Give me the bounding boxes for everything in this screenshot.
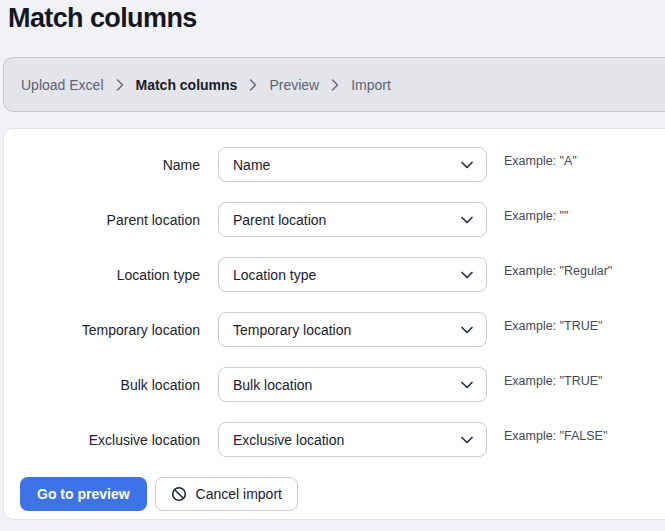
select-value: Exclusive location xyxy=(233,432,461,448)
column-label: Parent location xyxy=(17,212,200,228)
select-value: Bulk location xyxy=(233,377,461,393)
select-value: Parent location xyxy=(233,212,461,228)
match-columns-card: Name Name Example: "A" Parent location P… xyxy=(3,128,665,520)
column-label: Temporary location xyxy=(17,322,200,338)
column-label: Bulk location xyxy=(17,377,200,393)
column-select-location-type[interactable]: Location type xyxy=(218,257,487,292)
match-row-name: Name Name Example: "A" xyxy=(17,147,665,182)
column-label: Exclusive location xyxy=(17,432,200,448)
match-row-temporary-location: Temporary location Temporary location Ex… xyxy=(17,312,665,347)
breadcrumb-step-import: Import xyxy=(351,77,391,93)
page-title: Match columns xyxy=(8,3,197,34)
column-label: Name xyxy=(17,157,200,173)
chevron-down-icon xyxy=(461,436,473,444)
column-label: Location type xyxy=(17,267,200,283)
example-text: Example: "TRUE" xyxy=(504,319,602,333)
go-to-preview-button[interactable]: Go to preview xyxy=(20,477,147,511)
chevron-down-icon xyxy=(461,216,473,224)
example-text: Example: "TRUE" xyxy=(504,374,602,388)
form-actions: Go to preview Cancel import xyxy=(20,477,665,511)
chevron-down-icon xyxy=(461,381,473,389)
column-select-name[interactable]: Name xyxy=(218,147,487,182)
ban-icon xyxy=(171,486,187,502)
chevron-right-icon xyxy=(331,79,339,91)
match-row-bulk-location: Bulk location Bulk location Example: "TR… xyxy=(17,367,665,402)
chevron-right-icon xyxy=(116,79,124,91)
chevron-down-icon xyxy=(461,271,473,279)
chevron-right-icon xyxy=(249,79,257,91)
select-value: Name xyxy=(233,157,461,173)
match-row-exclusive-location: Exclusive location Exclusive location Ex… xyxy=(17,422,665,457)
breadcrumb-step-preview: Preview xyxy=(269,77,319,93)
breadcrumb-step-upload-excel[interactable]: Upload Excel xyxy=(21,77,104,93)
example-text: Example: "" xyxy=(504,209,568,223)
column-select-bulk-location[interactable]: Bulk location xyxy=(218,367,487,402)
example-text: Example: "A" xyxy=(504,154,577,168)
chevron-down-icon xyxy=(461,161,473,169)
match-row-location-type: Location type Location type Example: "Re… xyxy=(17,257,665,292)
breadcrumb: Upload Excel Match columns Preview Impor… xyxy=(3,57,665,112)
column-select-temporary-location[interactable]: Temporary location xyxy=(218,312,487,347)
match-row-parent-location: Parent location Parent location Example:… xyxy=(17,202,665,237)
chevron-down-icon xyxy=(461,326,473,334)
example-text: Example: "FALSE" xyxy=(504,429,607,443)
column-select-parent-location[interactable]: Parent location xyxy=(218,202,487,237)
example-text: Example: "Regular" xyxy=(504,264,612,278)
select-value: Temporary location xyxy=(233,322,461,338)
cancel-import-button[interactable]: Cancel import xyxy=(155,477,298,511)
cancel-import-label: Cancel import xyxy=(196,486,282,502)
select-value: Location type xyxy=(233,267,461,283)
breadcrumb-step-match-columns: Match columns xyxy=(136,77,238,93)
column-select-exclusive-location[interactable]: Exclusive location xyxy=(218,422,487,457)
